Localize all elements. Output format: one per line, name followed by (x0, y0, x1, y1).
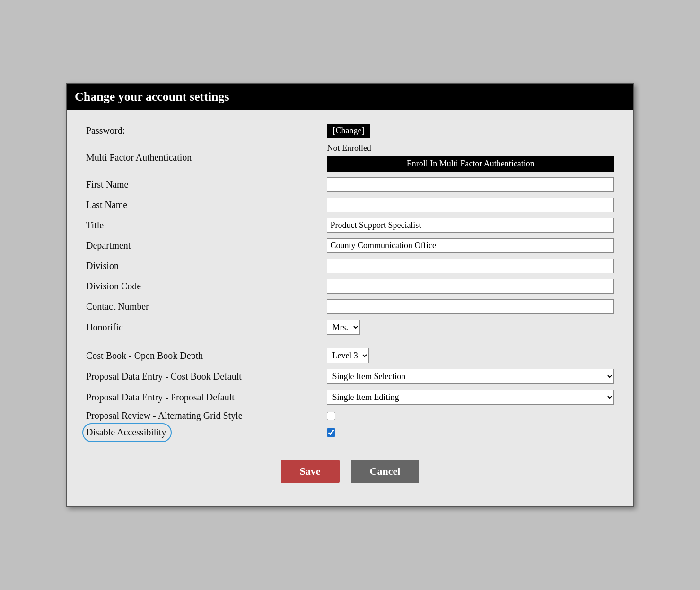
spacer-row (82, 338, 618, 345)
alternating-grid-row: Proposal Review - Alternating Grid Style (82, 408, 618, 424)
password-row: Password: [Change] (82, 121, 618, 140)
mfa-label: Multi Factor Authentication (86, 152, 192, 163)
title-input[interactable] (327, 218, 614, 233)
first-name-input[interactable] (327, 177, 614, 192)
account-settings-dialog: Change your account settings Password: [… (66, 83, 634, 507)
dialog-body: Password: [Change] Multi Factor Authenti… (67, 110, 633, 506)
cost-book-label: Cost Book - Open Book Depth (86, 350, 203, 361)
division-input[interactable] (327, 259, 614, 273)
proposal-default-label: Proposal Data Entry - Proposal Default (86, 392, 235, 402)
proposal-cost-book-label: Proposal Data Entry - Cost Book Default (86, 371, 242, 382)
last-name-input[interactable] (327, 198, 614, 212)
mfa-status: Not Enrolled (327, 143, 614, 153)
proposal-default-select[interactable]: Single Item Editing Multi Item Editing N… (327, 390, 614, 405)
proposal-cost-book-select[interactable]: Single Item Selection Multi Item Selecti… (327, 369, 614, 384)
disable-accessibility-row: Disable Accessibility (82, 424, 618, 441)
disable-accessibility-checkbox[interactable] (327, 428, 335, 437)
proposal-cost-book-row: Proposal Data Entry - Cost Book Default … (82, 366, 618, 387)
alternating-grid-cell (327, 412, 614, 420)
password-label: Password: (86, 125, 125, 136)
honorific-select[interactable]: Mrs. Mr. Ms. Dr. Prof. (327, 320, 360, 335)
division-code-row: Division Code (82, 276, 618, 296)
department-row: Department (82, 235, 618, 256)
alternating-grid-label: Proposal Review - Alternating Grid Style (86, 410, 243, 421)
division-label: Division (86, 260, 119, 271)
alternating-grid-checkbox[interactable] (327, 412, 335, 420)
contact-number-row: Contact Number (82, 296, 618, 317)
last-name-row: Last Name (82, 195, 618, 215)
disable-accessibility-label: Disable Accessibility (86, 427, 166, 438)
division-code-input[interactable] (327, 279, 614, 294)
mfa-row: Multi Factor Authentication Not Enrolled… (82, 140, 618, 174)
title-label: Title (86, 220, 104, 230)
dialog-title: Change your account settings (67, 84, 633, 110)
mfa-block: Not Enrolled Enroll In Multi Factor Auth… (327, 143, 614, 172)
first-name-row: First Name (82, 174, 618, 195)
footer-buttons: Save Cancel (82, 441, 618, 491)
cancel-button[interactable]: Cancel (351, 460, 420, 483)
department-label: Department (86, 240, 131, 251)
department-input[interactable] (327, 238, 614, 253)
title-row: Title (82, 215, 618, 235)
mfa-enroll-button[interactable]: Enroll In Multi Factor Authentication (327, 156, 614, 172)
last-name-label: Last Name (86, 200, 127, 210)
cost-book-row: Cost Book - Open Book Depth Level 1 Leve… (82, 345, 618, 366)
proposal-default-row: Proposal Data Entry - Proposal Default S… (82, 387, 618, 408)
change-password-button[interactable]: [Change] (327, 124, 370, 138)
contact-number-label: Contact Number (86, 301, 149, 312)
cost-book-select[interactable]: Level 1 Level 2 Level 3 Level 4 Level 5 (327, 348, 369, 363)
save-button[interactable]: Save (281, 460, 340, 483)
settings-form: Password: [Change] Multi Factor Authenti… (82, 121, 618, 441)
honorific-row: Honorific Mrs. Mr. Ms. Dr. Prof. (82, 317, 618, 338)
contact-number-input[interactable] (327, 299, 614, 314)
division-code-label: Division Code (86, 281, 141, 291)
honorific-label: Honorific (86, 322, 123, 332)
disable-accessibility-cell (327, 428, 614, 437)
first-name-label: First Name (86, 179, 128, 190)
division-row: Division (82, 256, 618, 276)
